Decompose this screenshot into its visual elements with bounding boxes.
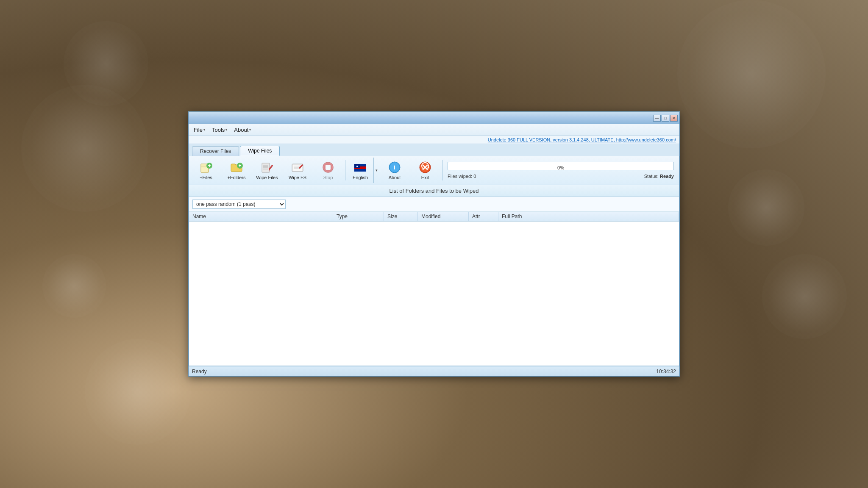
menu-tools-label: Tools: [212, 127, 225, 133]
add-files-button[interactable]: +Files: [191, 158, 221, 183]
col-header-type: Type: [333, 212, 384, 221]
col-header-modified: Modified: [418, 212, 469, 221]
menu-about[interactable]: About ▾: [231, 125, 254, 134]
stop-label: Stop: [323, 175, 333, 180]
add-files-icon: [199, 161, 213, 174]
add-folders-label: +Folders: [227, 175, 245, 180]
wipe-mode-dropdown[interactable]: one pass random (1 pass)DoD 5220.22-M (3…: [192, 200, 286, 209]
close-button[interactable]: ✕: [670, 115, 678, 122]
progress-info: Files wiped: 0 Status: Ready: [448, 174, 674, 179]
about-icon: i: [388, 161, 401, 174]
window-controls: — □ ✕: [653, 115, 678, 122]
list-header: List of Folders and Files to be Wiped: [189, 185, 679, 197]
status-bar-time: 10:34:32: [656, 369, 676, 374]
files-wiped-label: Files wiped:: [448, 174, 472, 179]
exit-icon: [418, 161, 432, 174]
menu-file-label: File: [194, 127, 203, 133]
tab-recover-files-label: Recover Files: [200, 148, 231, 154]
svg-text:i: i: [394, 164, 395, 171]
wipe-fs-button[interactable]: Wipe FS: [282, 158, 313, 183]
tab-recover-files[interactable]: Recover Files: [192, 146, 239, 156]
table-body: [189, 222, 679, 366]
english-button-group: ★ English ▾: [347, 158, 379, 183]
menu-about-arrow: ▾: [249, 128, 251, 132]
wipe-files-label: Wipe Files: [256, 175, 278, 180]
wipe-files-icon: [260, 161, 274, 174]
svg-rect-25: [354, 169, 366, 172]
svg-text:★: ★: [356, 164, 359, 168]
title-bar: — □ ✕: [189, 112, 679, 124]
files-wiped-count: 0: [473, 174, 476, 179]
toolbar-separator-1: [345, 160, 345, 180]
about-label: About: [389, 175, 401, 180]
english-button[interactable]: ★ English: [347, 158, 373, 183]
menu-bar: File ▾ Tools ▾ About ▾: [189, 124, 679, 136]
add-folders-icon: [230, 161, 243, 174]
tab-bar: Recover Files Wipe Files: [189, 144, 679, 156]
menu-about-label: About: [234, 127, 248, 133]
about-button[interactable]: i About: [379, 158, 410, 183]
status-value: Ready: [660, 174, 674, 179]
status-bar-text: Ready: [192, 369, 207, 374]
stop-button[interactable]: Stop: [313, 158, 343, 183]
menu-file-arrow: ▾: [203, 128, 205, 132]
english-dropdown-arrow[interactable]: ▾: [373, 158, 379, 183]
add-folders-button[interactable]: +Folders: [221, 158, 252, 183]
promo-link[interactable]: Undelete 360 FULL VERSION, version 3.1.4…: [488, 137, 676, 142]
wipe-fs-icon: [291, 161, 304, 174]
content-area: List of Folders and Files to be Wiped on…: [189, 185, 679, 366]
col-header-fullpath: Full Path: [498, 212, 679, 221]
maximize-button[interactable]: □: [662, 115, 669, 122]
files-wiped-info: Files wiped: 0: [448, 174, 476, 179]
menu-file[interactable]: File ▾: [190, 125, 209, 134]
file-table: Name Type Size Modified Attr Full Path: [189, 212, 679, 366]
toolbar-separator-2: [442, 160, 442, 180]
status-bar: Ready 10:34:32: [189, 366, 679, 376]
col-header-size: Size: [384, 212, 418, 221]
wipe-mode-row: one pass random (1 pass)DoD 5220.22-M (3…: [189, 197, 679, 212]
toolbar: +Files +Folders Wipe Files: [189, 156, 679, 185]
minimize-button[interactable]: —: [653, 115, 661, 122]
menu-tools[interactable]: Tools ▾: [209, 125, 231, 134]
col-header-name: Name: [189, 212, 333, 221]
exit-button[interactable]: Exit: [410, 158, 440, 183]
main-window: — □ ✕ File ▾ Tools ▾ About ▾ Undelete 36…: [188, 111, 680, 377]
status-label: Status:: [644, 174, 659, 179]
wipe-fs-label: Wipe FS: [289, 175, 306, 180]
col-header-attr: Attr: [469, 212, 498, 221]
table-header: Name Type Size Modified Attr Full Path: [189, 212, 679, 222]
svg-rect-9: [239, 164, 240, 167]
english-label: English: [353, 175, 368, 180]
promo-bar: Undelete 360 FULL VERSION, version 3.1.4…: [189, 136, 679, 144]
progress-area: 0% Files wiped: 0 Status: Ready: [444, 160, 677, 180]
svg-rect-6: [209, 164, 210, 167]
wipe-files-button[interactable]: Wipe Files: [252, 158, 282, 183]
english-icon: ★: [353, 161, 367, 174]
tab-wipe-files[interactable]: Wipe Files: [240, 146, 280, 156]
stop-icon: [321, 161, 335, 174]
exit-label: Exit: [421, 175, 429, 180]
status-info: Status: Ready: [644, 174, 674, 179]
tab-wipe-files-label: Wipe Files: [248, 148, 272, 154]
list-header-label: List of Folders and Files to be Wiped: [389, 188, 479, 194]
menu-tools-arrow: ▾: [225, 128, 227, 132]
add-files-label: +Files: [200, 175, 212, 180]
progress-percent-label: 0%: [448, 164, 674, 172]
